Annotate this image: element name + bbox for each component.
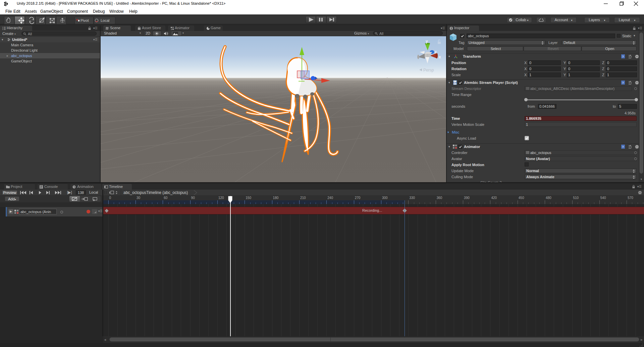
svg-text:Persp: Persp	[423, 68, 434, 72]
svg-text:C#: C#	[453, 82, 457, 84]
svg-text:x: x	[439, 55, 441, 59]
svg-text:?: ?	[622, 145, 624, 149]
svg-text:?: ?	[622, 81, 624, 85]
svg-text:y: y	[426, 39, 428, 44]
svg-text:z: z	[435, 50, 437, 54]
svg-text:?: ?	[622, 55, 624, 58]
